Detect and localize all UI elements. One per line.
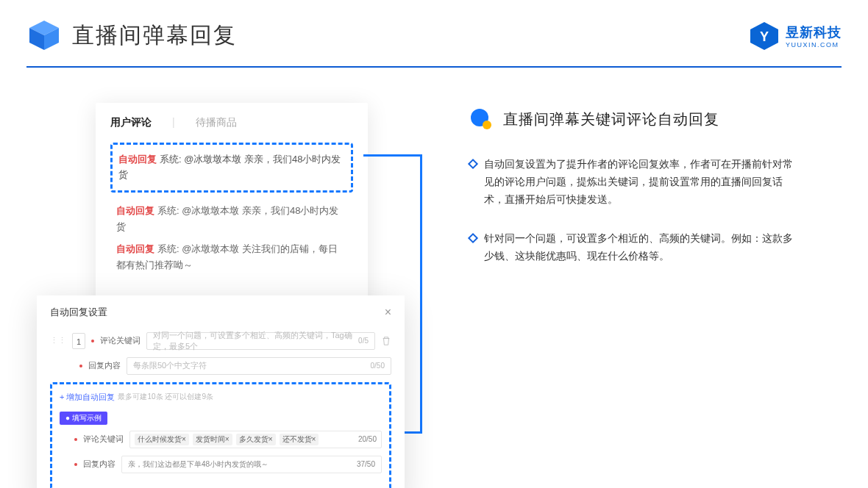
connector-line [420, 154, 422, 434]
chip[interactable]: 什么时候发货× [135, 434, 189, 445]
section-title: 直播间弹幕关键词评论自动回复 [503, 110, 719, 129]
required-dot-icon [91, 340, 94, 342]
tab-user-comments[interactable]: 用户评论 [110, 116, 152, 129]
brand-logo-icon: Y [749, 21, 780, 51]
add-hint: 最多可建10条 还可以创建9条 [118, 392, 213, 402]
add-reply-link[interactable]: + 增加自动回复 [60, 392, 115, 403]
drag-handle-icon[interactable]: ⋮⋮ [50, 336, 66, 345]
index-box: 1 [72, 333, 85, 349]
content-input[interactable]: 每条限50个中文字符0/50 [127, 357, 391, 375]
comment-card: 用户评论 | 待播商品 自动回复系统: @冰墩墩本墩 亲亲，我们48小时内发货 … [96, 103, 368, 313]
highlighted-comment: 自动回复系统: @冰墩墩本墩 亲亲，我们48小时内发货 [110, 143, 353, 193]
comment-row: 自动回复系统: @冰墩墩本墩 关注我们的店铺，每日都有热门推荐呦～ [110, 241, 353, 273]
chip[interactable]: 发货时间× [193, 434, 232, 445]
svg-point-6 [483, 121, 491, 129]
example-keyword-input[interactable]: 什么时候发货× 发货时间× 多久发货× 还不发货× 20/50 [129, 431, 382, 448]
screenshot-panel: 用户评论 | 待播商品 自动回复系统: @冰墩墩本墩 亲亲，我们48小时内发货 … [37, 103, 405, 488]
delete-icon[interactable] [381, 336, 391, 346]
cube-icon [26, 18, 62, 53]
diamond-icon [468, 233, 478, 243]
brand-name-cn: 昱新科技 [786, 24, 842, 41]
header: 直播间弹幕回复 [0, 0, 868, 66]
example-highlight-box: + 增加自动回复最多可建10条 还可以创建9条 ● 填写示例 评论关键词 什么时… [50, 382, 391, 488]
chip[interactable]: 多久发货× [236, 434, 276, 445]
content-label: 回复内容 [88, 360, 121, 371]
close-icon[interactable]: × [385, 306, 391, 319]
diamond-icon [468, 159, 478, 169]
bullet-item: 针对同一个问题，可设置多个相近的、高频的关键词。例如：这款多少钱、这块能优惠吗、… [469, 230, 842, 265]
settings-card: 自动回复设置 × ⋮⋮ 1 评论关键词 对同一个问题，可设置多个相近、高频的关键… [37, 295, 405, 488]
chip[interactable]: 还不发货× [280, 434, 319, 445]
example-content-input[interactable]: 亲，我们这边都是下单48小时内发货的哦～37/50 [121, 456, 382, 473]
keyword-label: 评论关键词 [100, 335, 140, 346]
example-tag: ● 填写示例 [60, 412, 107, 425]
brand: Y 昱新科技YUUXIN.COM [749, 21, 842, 51]
required-dot-icon [79, 365, 82, 367]
keyword-input[interactable]: 对同一个问题，可设置多个相近、高频的关键词，Tag确定，最多5个0/5 [146, 332, 375, 350]
chat-bubble-icon [469, 107, 493, 131]
connector-line [363, 154, 422, 157]
settings-title: 自动回复设置 [50, 306, 107, 319]
page-title: 直播间弹幕回复 [72, 21, 237, 51]
brand-name-en: YUUXIN.COM [786, 41, 842, 49]
auto-reply-tag: 自动回复 [118, 154, 157, 165]
tab-pending-goods[interactable]: 待播商品 [196, 116, 237, 129]
bullet-item: 自动回复设置为了提升作者的评论回复效率，作者可在开播前针对常见的评论用户问题，提… [469, 156, 842, 208]
description-panel: 直播间弹幕关键词评论自动回复 自动回复设置为了提升作者的评论回复效率，作者可在开… [405, 103, 842, 488]
comment-row: 自动回复系统: @冰墩墩本墩 亲亲，我们48小时内发货 [110, 203, 353, 235]
svg-text:Y: Y [760, 29, 769, 44]
